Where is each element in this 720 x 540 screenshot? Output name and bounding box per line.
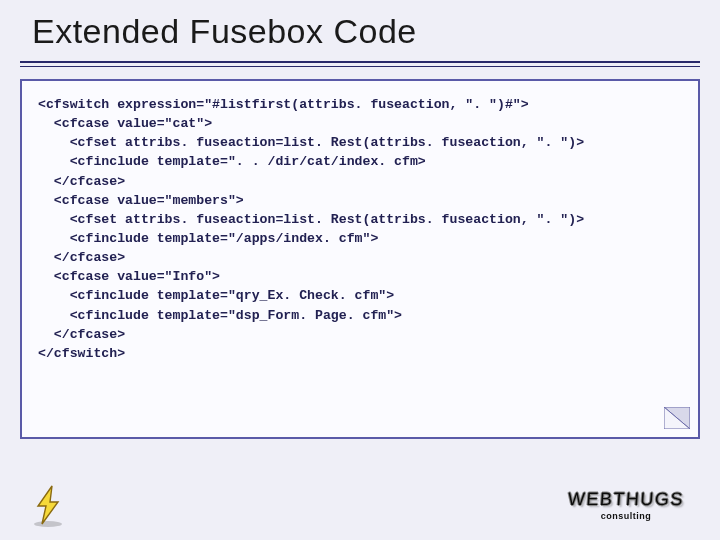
svg-point-2 <box>34 521 62 527</box>
svg-marker-3 <box>38 486 58 524</box>
divider-thin <box>20 66 700 67</box>
brand-word: WEBTHUGS <box>567 489 684 510</box>
divider-thick <box>20 61 700 63</box>
code-box: <cfswitch expression="#listfirst(attribs… <box>20 79 700 439</box>
code-content: <cfswitch expression="#listfirst(attribs… <box>38 95 682 363</box>
slide: Extended Fusebox Code <cfswitch expressi… <box>0 0 720 540</box>
webthugs-logo: WEBTHUGS consulting <box>556 484 696 526</box>
title-area: Extended Fusebox Code <box>20 8 700 61</box>
page-title: Extended Fusebox Code <box>32 12 700 51</box>
page-fold-icon <box>664 407 690 429</box>
brand-sub: consulting <box>601 511 652 521</box>
title-divider <box>20 61 700 69</box>
lightning-bolt-icon <box>28 484 68 528</box>
footer: WEBTHUGS consulting <box>0 480 720 532</box>
